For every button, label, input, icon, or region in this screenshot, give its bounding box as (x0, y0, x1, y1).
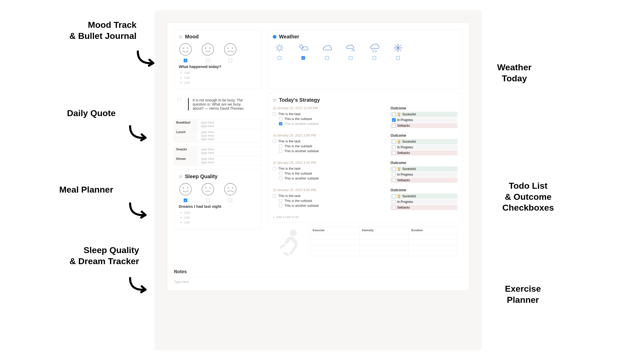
outcome-checkbox[interactable] (392, 113, 396, 116)
outcome-checkbox[interactable] (392, 200, 396, 204)
outcome-setbacks[interactable]: Setbacks (391, 123, 457, 128)
outcome-progress[interactable]: In Progress (391, 172, 457, 177)
mood-neutral-checkbox[interactable] (206, 59, 210, 62)
mood-sad[interactable] (224, 43, 237, 62)
outcome-setbacks[interactable]: Setbacks (391, 150, 457, 156)
outcome-progress[interactable]: In Progress (391, 145, 457, 150)
mood-neutral[interactable] (201, 43, 215, 62)
weather-partly[interactable] (296, 43, 310, 60)
subtask-item[interactable]: This is another subtask (273, 203, 383, 208)
task-checkbox[interactable] (273, 140, 276, 143)
task-item[interactable]: This is the task (273, 111, 383, 116)
list-item[interactable]: List (184, 220, 257, 225)
mood-happy-checkbox[interactable] (184, 59, 187, 62)
subtask-item[interactable]: This is another subtask (273, 149, 383, 153)
outcome-setbacks[interactable]: Setbacks (391, 178, 457, 183)
list-item[interactable]: List (184, 80, 257, 85)
outcome-checkbox[interactable] (392, 167, 396, 171)
list-item[interactable]: List (184, 215, 257, 220)
weather-windy-checkbox[interactable] (349, 56, 352, 60)
outcome-success[interactable]: 🏆Sucessful (391, 166, 457, 171)
exercise-col1: Exercise (310, 227, 359, 234)
weather-windy[interactable] (344, 43, 357, 60)
outcome-checkbox[interactable] (392, 151, 396, 155)
table-cell[interactable] (409, 251, 458, 256)
weather-sunny-checkbox[interactable] (278, 56, 281, 60)
outcome-checkbox[interactable] (392, 145, 396, 149)
sleep-neutral[interactable] (201, 183, 215, 202)
table-cell[interactable] (310, 234, 359, 239)
meal-dinner-input[interactable]: - type here- type here (197, 156, 261, 166)
sleep-sad[interactable] (224, 183, 237, 202)
weather-snowy[interactable] (391, 43, 405, 60)
outcome-progress[interactable]: In Progress (391, 117, 457, 123)
meal-breakfast-input[interactable]: - type here- type here (197, 120, 261, 129)
sleep-sad-checkbox[interactable] (228, 199, 232, 202)
mood-sad-checkbox[interactable] (228, 59, 232, 62)
task-checkbox[interactable] (279, 172, 282, 175)
table-cell[interactable] (409, 234, 458, 239)
outcome-success[interactable]: 🏆Sucessful (391, 139, 457, 144)
sleep-neutral-checkbox[interactable] (206, 199, 210, 202)
table-cell[interactable] (310, 245, 359, 251)
table-cell[interactable] (310, 239, 359, 245)
journal-list[interactable]: List List List (179, 70, 257, 85)
table-cell[interactable] (359, 251, 409, 256)
outcome-checkbox[interactable] (392, 178, 396, 182)
task-item[interactable]: This is the task (273, 193, 383, 198)
outcome-checkbox[interactable] (392, 173, 396, 176)
weather-rainy[interactable] (368, 43, 381, 60)
outcome-progress[interactable]: In Progress (391, 199, 457, 204)
task-checkbox[interactable] (279, 117, 282, 120)
list-item[interactable]: List (184, 75, 257, 80)
notes-input[interactable]: Type here ... (174, 277, 462, 284)
subtask-item[interactable]: This is another subtask (273, 176, 383, 181)
task-checkbox[interactable] (273, 112, 276, 116)
list-item[interactable]: List (184, 70, 257, 75)
outcome-checkbox[interactable] (392, 124, 396, 127)
weather-partly-checkbox[interactable] (301, 56, 305, 60)
outcome-checkbox[interactable] (392, 140, 396, 143)
weather-rainy-checkbox[interactable] (372, 56, 376, 60)
subtask-item[interactable]: This is another subtask (273, 121, 383, 126)
subtask-item[interactable]: This is the subtask (273, 144, 383, 149)
add-todo-button[interactable]: +Add a new to-do (273, 215, 457, 219)
task-checkbox[interactable] (279, 204, 282, 207)
weather-sunny[interactable] (273, 43, 286, 60)
task-item[interactable]: This is the task (273, 166, 383, 171)
weather-cloudy-checkbox[interactable] (325, 56, 329, 60)
subtask-item[interactable]: This is the subtask (273, 116, 383, 121)
task-checkbox[interactable] (279, 199, 282, 202)
weather-snowy-checkbox[interactable] (396, 56, 400, 60)
outcome-success[interactable]: 🏆Sucessful (391, 194, 457, 199)
table-cell[interactable] (359, 245, 409, 251)
task-checkbox[interactable] (273, 167, 276, 170)
subtask-item[interactable]: This is the subtask (273, 198, 383, 203)
sleep-happy-checkbox[interactable] (184, 199, 187, 202)
task-checkbox[interactable] (273, 194, 276, 197)
meal-snacks-input[interactable]: - type here- type here (197, 146, 261, 156)
outcome-checkbox[interactable] (392, 118, 396, 122)
list-item[interactable]: List (184, 210, 257, 215)
table-cell[interactable] (310, 251, 359, 256)
subtask-item[interactable]: This is the subtask (273, 171, 383, 176)
task-checkbox[interactable] (279, 149, 282, 153)
outcome-checkbox[interactable] (392, 206, 396, 209)
task-checkbox[interactable] (279, 122, 282, 125)
task-item[interactable]: This is the task (273, 139, 383, 144)
meal-lunch-input[interactable]: - type here- type here- type here (197, 129, 261, 142)
exercise-table[interactable]: ExerciseIntensityDuration (310, 227, 458, 256)
outcome-checkbox[interactable] (392, 194, 396, 198)
mood-happy[interactable] (179, 43, 192, 62)
weather-cloudy[interactable] (320, 43, 334, 60)
task-checkbox[interactable] (279, 144, 282, 148)
outcome-setbacks[interactable]: Setbacks (391, 205, 457, 210)
table-cell[interactable] (409, 239, 458, 245)
outcome-success[interactable]: 🏆Sucessful (391, 112, 457, 117)
table-cell[interactable] (409, 245, 458, 251)
table-cell[interactable] (359, 234, 409, 239)
dreams-list[interactable]: List List List (179, 210, 257, 225)
table-cell[interactable] (359, 239, 409, 245)
task-checkbox[interactable] (279, 177, 282, 180)
sleep-happy[interactable] (179, 183, 192, 202)
